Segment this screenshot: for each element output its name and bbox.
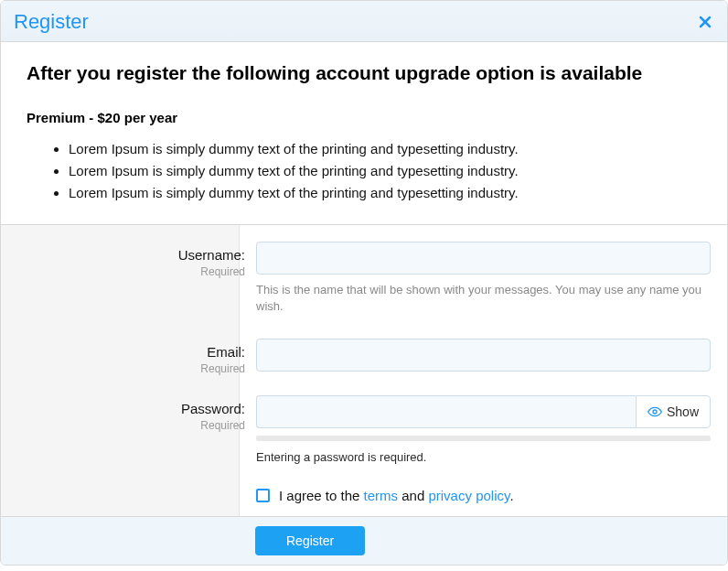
username-input[interactable] — [256, 242, 711, 275]
password-row: Password: Required Show Ente — [256, 395, 711, 503]
username-label: Username: — [178, 247, 245, 263]
password-input[interactable] — [256, 395, 636, 428]
privacy-link[interactable]: privacy policy — [428, 488, 509, 503]
username-hint: This is the name that will be shown with… — [256, 282, 711, 315]
required-label: Required — [18, 419, 245, 432]
register-form: Username: Required This is the name that… — [1, 224, 727, 516]
modal-header: Register — [1, 1, 727, 42]
email-input[interactable] — [256, 339, 711, 372]
email-row: Email: Required — [256, 339, 711, 372]
required-label: Required — [18, 265, 245, 278]
register-modal: Register After you register the followin… — [0, 0, 728, 566]
upgrade-info: After you register the following account… — [1, 42, 727, 224]
eye-icon — [648, 404, 662, 419]
agree-text: I agree to the terms and privacy policy. — [279, 488, 514, 503]
agree-row: I agree to the terms and privacy policy. — [256, 488, 711, 503]
svg-point-2 — [653, 410, 657, 414]
plan-feature-list: Lorem Ipsum is simply dummy text of the … — [27, 138, 701, 204]
upgrade-heading: After you register the following account… — [27, 62, 701, 84]
close-icon[interactable] — [696, 13, 714, 31]
plan-feature-item: Lorem Ipsum is simply dummy text of the … — [69, 182, 701, 204]
plan-feature-item: Lorem Ipsum is simply dummy text of the … — [69, 160, 701, 182]
password-strength-bar — [256, 436, 711, 441]
password-label: Password: — [181, 401, 245, 416]
email-label: Email: — [207, 344, 245, 360]
modal-title: Register — [14, 10, 89, 34]
modal-footer: Register — [1, 516, 727, 565]
show-password-button[interactable]: Show — [636, 395, 711, 428]
agree-checkbox[interactable] — [256, 489, 270, 502]
password-message: Entering a password is required. — [256, 450, 711, 464]
plan-title: Premium - $20 per year — [27, 110, 701, 125]
plan-feature-item: Lorem Ipsum is simply dummy text of the … — [69, 138, 701, 160]
register-button[interactable]: Register — [255, 526, 365, 555]
required-label: Required — [18, 362, 245, 375]
show-password-label: Show — [667, 404, 699, 419]
terms-link[interactable]: terms — [364, 488, 399, 503]
username-row: Username: Required This is the name that… — [256, 242, 711, 315]
